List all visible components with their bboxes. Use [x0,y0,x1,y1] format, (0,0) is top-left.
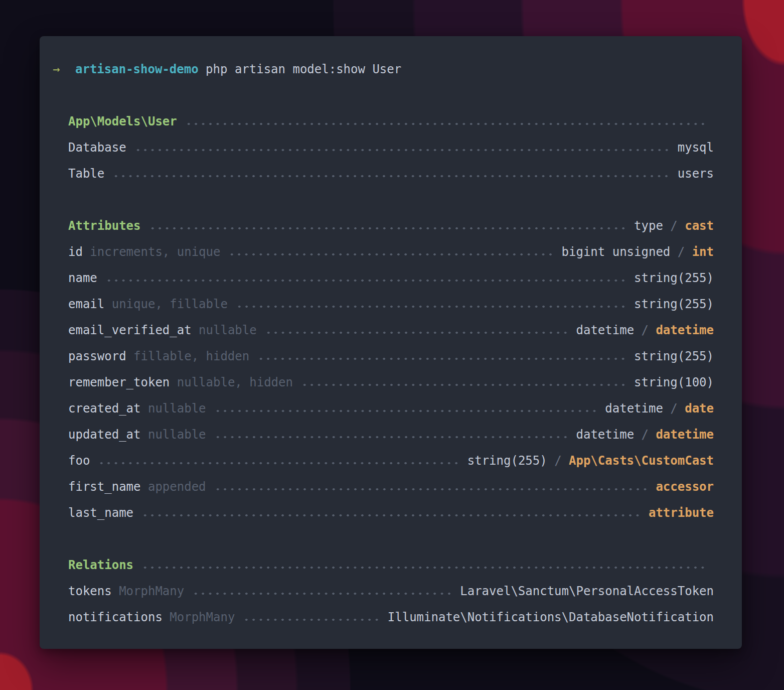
dotted-leader [147,213,629,239]
dotted-leader [139,552,708,578]
dotted-leader [263,317,570,343]
attribute-name: created_at [68,401,141,416]
attribute-modifiers: nullable, hidden [177,375,293,389]
attribute-name: email [68,297,104,311]
attribute-modifiers: fillable, hidden [133,349,249,363]
value-type: string(255) [634,349,714,363]
value-type: string(100) [634,375,714,389]
prompt-command: php artisan model:show User [206,62,401,76]
section-title: App\Models\User [68,114,177,128]
output-row-model-header: App\Models\User [68,108,714,134]
attribute-modifiers: increments, unique [90,245,220,259]
output-row-database: Databasemysql [68,134,714,161]
output-row-table: Tableusers [68,161,714,187]
attribute-name: password [68,349,126,363]
value-type: bigint unsigned [562,245,671,259]
value-type: string(255) [467,454,547,468]
relation-kind: MorphMany [119,584,184,598]
relation-kind: MorphMany [170,610,235,624]
value-type: string(255) [634,271,714,285]
attribute-modifiers: unique, fillable [112,297,228,311]
output-row-relations-header: Relations [68,552,714,578]
row-label: Table [68,167,104,181]
value-type: users [678,167,714,181]
dotted-leader [132,134,672,161]
relation-name: tokens [68,584,112,598]
dotted-leader [139,500,643,526]
dotted-leader [212,395,599,422]
row-label: Database [68,141,126,155]
value-cast: int [692,245,714,259]
output-row-attr-password: passwordfillable, hiddenstring(255) [68,343,714,369]
terminal-window[interactable]: →artisan-show-demophp artisan model:show… [40,36,742,649]
attribute-name: remember_token [68,375,170,389]
relation-name: notifications [68,610,163,624]
output-row-attr-updated-at: updated_atnullabledatetime/datetime [68,422,714,448]
dotted-leader [96,448,461,474]
dotted-leader [212,422,570,448]
output-row-relation-tokens: tokensMorphManyLaravel\Sanctum\PersonalA… [68,578,714,604]
dotted-leader [183,108,708,134]
value-cast: App\Casts\CustomCast [569,454,714,468]
output-row-attr-first-name: first_nameappendedaccessor [68,474,714,500]
attribute-modifiers: nullable [148,428,206,442]
attribute-name: foo [68,454,90,468]
attribute-name: updated_at [68,428,141,442]
value-type: datetime [576,428,634,442]
value-type: string(255) [634,297,714,311]
dotted-leader [299,369,628,395]
blank-line [68,187,714,213]
output-row-attr-id: idincrements, uniquebigint unsigned/int [68,239,714,265]
dotted-leader [255,343,628,369]
value-type: datetime [605,401,663,416]
dotted-leader [241,604,381,630]
output-row-attr-last-name: last_nameattribute [68,500,714,526]
value-cast: cast [685,219,714,233]
output-row-attr-created-at: created_atnullabledatetime/date [68,395,714,422]
value-cast: datetime [656,323,714,337]
value-cast: date [685,401,714,416]
attribute-name: id [68,245,83,259]
attribute-name: last_name [68,506,133,520]
output-row-relation-notifications: notificationsMorphManyIlluminate\Notific… [68,604,714,630]
blank-line [68,526,714,552]
dotted-leader [234,291,628,317]
output-row-attributes-header: Attributestype/cast [68,213,714,239]
value-type: datetime [576,323,634,337]
prompt-arrow-icon: → [53,62,75,76]
attribute-modifiers: nullable [148,401,206,416]
terminal-prompt: →artisan-show-demophp artisan model:show… [53,56,714,82]
output-row-attr-foo: foostring(255)/App\Casts\CustomCast [68,448,714,474]
blank-line [68,82,714,108]
output-row-attr-email: emailunique, fillablestring(255) [68,291,714,317]
attribute-modifiers: nullable [199,323,257,337]
dotted-leader [103,265,628,291]
attribute-modifiers: appended [148,480,206,494]
dotted-leader [190,578,454,604]
value-type: type [634,219,663,233]
dotted-leader [110,161,672,187]
attribute-name: name [68,271,97,285]
attribute-name: first_name [68,480,141,494]
prompt-directory: artisan-show-demo [75,62,199,76]
value-cast: accessor [656,480,714,494]
section-title: Attributes [68,219,141,233]
section-title: Relations [68,558,133,572]
value-cast: attribute [649,506,714,520]
output-row-attr-email-verified-at: email_verified_atnullabledatetime/dateti… [68,317,714,343]
dotted-leader [226,239,555,265]
attribute-name: email_verified_at [68,323,192,337]
desktop-wallpaper: { "terminal": { "prompt": { "arrow": "→"… [0,0,784,690]
value-type: Laravel\Sanctum\PersonalAccessToken [460,584,714,598]
output-row-attr-remember-token: remember_tokennullable, hiddenstring(100… [68,369,714,395]
value-type: Illuminate\Notifications\DatabaseNotific… [388,610,714,624]
output-row-attr-name: namestring(255) [68,265,714,291]
dotted-leader [212,474,650,500]
value-cast: datetime [656,428,714,442]
value-type: mysql [678,141,714,155]
